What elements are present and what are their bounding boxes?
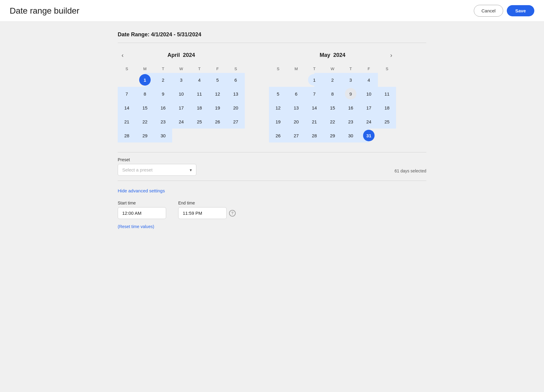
list-item[interactable]: 6 (290, 88, 303, 100)
table-row[interactable]: 25 (378, 115, 396, 129)
list-item[interactable]: 10 (175, 88, 188, 100)
list-item[interactable]: 22 (326, 116, 339, 127)
table-row[interactable]: 22 (136, 115, 154, 129)
list-item[interactable]: 30 (157, 130, 169, 141)
table-row[interactable]: 8 (136, 87, 154, 101)
list-item[interactable]: 11 (193, 88, 206, 100)
table-row[interactable]: 29 (323, 129, 342, 142)
table-row[interactable]: 2 (154, 73, 172, 87)
table-row[interactable]: 28 (118, 129, 136, 142)
list-item[interactable]: 17 (362, 102, 375, 113)
table-row[interactable]: 4 (190, 73, 208, 87)
list-item[interactable]: 10 (362, 88, 375, 100)
table-row[interactable]: 12 (269, 101, 287, 115)
table-row[interactable]: 22 (323, 115, 342, 129)
list-item[interactable]: 21 (308, 116, 321, 127)
table-row[interactable]: 16 (154, 101, 172, 115)
next-month-button[interactable]: › (386, 50, 396, 60)
table-row[interactable]: 24 (360, 115, 378, 129)
hide-advanced-link[interactable]: Hide advanced settings (118, 188, 165, 193)
list-item[interactable]: 25 (193, 116, 206, 127)
preset-select[interactable]: Select a preset ▾ (118, 164, 196, 176)
list-item[interactable]: 9 (345, 88, 356, 100)
table-row[interactable]: 7 (305, 87, 323, 101)
list-item[interactable]: 24 (362, 116, 375, 127)
list-item[interactable]: 1 (139, 74, 151, 86)
list-item[interactable]: 21 (120, 116, 133, 127)
table-row[interactable]: 30 (342, 129, 360, 142)
table-row[interactable]: 28 (305, 129, 323, 142)
table-row[interactable]: 17 (360, 101, 378, 115)
table-row[interactable]: 20 (287, 115, 305, 129)
list-item[interactable]: 15 (139, 102, 151, 113)
list-item[interactable]: 2 (157, 74, 169, 86)
list-item[interactable]: 1 (308, 74, 321, 86)
table-row[interactable]: 12 (208, 87, 227, 101)
table-row[interactable]: 11 (190, 87, 208, 101)
list-item[interactable]: 29 (139, 130, 151, 141)
reset-time-link[interactable]: (Reset time values) (118, 224, 154, 229)
list-item[interactable]: 13 (290, 102, 303, 113)
table-row[interactable]: 8 (323, 87, 342, 101)
table-row[interactable]: 10 (172, 87, 190, 101)
table-row[interactable]: 26 (208, 115, 227, 129)
end-time-input[interactable] (178, 207, 227, 219)
list-item[interactable]: 13 (229, 88, 242, 100)
list-item[interactable]: 9 (157, 88, 169, 100)
table-row[interactable]: 9 (342, 87, 360, 101)
table-row[interactable]: 25 (190, 115, 208, 129)
list-item[interactable]: 27 (229, 116, 242, 127)
table-row[interactable]: 3 (342, 73, 360, 87)
table-row[interactable]: 5 (269, 87, 287, 101)
table-row[interactable]: 27 (227, 115, 245, 129)
list-item[interactable]: 18 (193, 102, 206, 113)
list-item[interactable]: 25 (381, 116, 393, 127)
table-row[interactable]: 16 (342, 101, 360, 115)
list-item[interactable]: 30 (344, 130, 357, 141)
list-item[interactable]: 15 (326, 102, 339, 113)
table-row[interactable]: 17 (172, 101, 190, 115)
list-item[interactable]: 14 (120, 102, 133, 113)
table-row[interactable]: 9 (154, 87, 172, 101)
list-item[interactable]: 29 (326, 130, 339, 141)
list-item[interactable]: 4 (362, 74, 375, 86)
list-item[interactable]: 12 (272, 102, 284, 113)
table-row[interactable]: 4 (360, 73, 378, 87)
list-item[interactable]: 7 (308, 88, 321, 100)
table-row[interactable]: 20 (227, 101, 245, 115)
list-item[interactable]: 2 (326, 74, 339, 86)
table-row[interactable]: 7 (118, 87, 136, 101)
table-row[interactable]: 23 (154, 115, 172, 129)
table-row[interactable]: 19 (208, 101, 227, 115)
table-row[interactable]: 18 (378, 101, 396, 115)
list-item[interactable]: 20 (229, 102, 242, 113)
list-item[interactable]: 3 (344, 74, 357, 86)
table-row[interactable]: 10 (360, 87, 378, 101)
table-row[interactable]: 14 (118, 101, 136, 115)
list-item[interactable]: 28 (308, 130, 321, 141)
list-item[interactable]: 5 (211, 74, 224, 86)
list-item[interactable]: 31 (363, 130, 375, 141)
table-row[interactable]: 21 (305, 115, 323, 129)
list-item[interactable]: 27 (290, 130, 303, 141)
list-item[interactable]: 14 (308, 102, 321, 113)
list-item[interactable]: 20 (290, 116, 303, 127)
table-row[interactable]: 21 (118, 115, 136, 129)
table-row[interactable]: 31 (360, 129, 378, 142)
save-button[interactable]: Save (507, 5, 534, 16)
list-item[interactable]: 26 (272, 130, 284, 141)
table-row[interactable]: 2 (323, 73, 342, 87)
table-row[interactable]: 23 (342, 115, 360, 129)
table-row[interactable]: 19 (269, 115, 287, 129)
table-row[interactable]: 5 (208, 73, 227, 87)
table-row[interactable]: 29 (136, 129, 154, 142)
list-item[interactable]: 12 (211, 88, 224, 100)
table-row[interactable]: 13 (287, 101, 305, 115)
list-item[interactable]: 24 (175, 116, 188, 127)
list-item[interactable]: 8 (139, 88, 151, 100)
list-item[interactable]: 11 (381, 88, 393, 100)
prev-month-button[interactable]: ‹ (118, 50, 127, 60)
table-row[interactable]: 26 (269, 129, 287, 142)
list-item[interactable]: 23 (344, 116, 357, 127)
list-item[interactable]: 5 (272, 88, 284, 100)
